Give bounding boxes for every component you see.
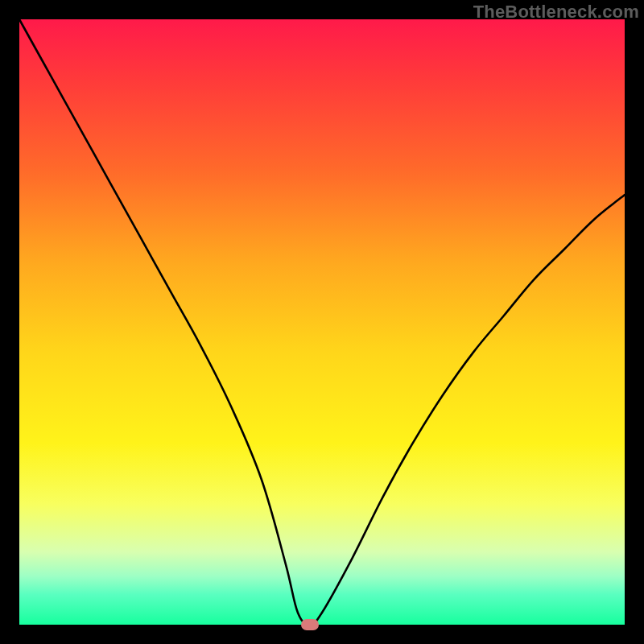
bottleneck-curve [19, 19, 625, 625]
optimal-point-marker [301, 619, 319, 630]
plot-area [19, 19, 625, 625]
chart-frame: TheBottleneck.com [0, 0, 644, 644]
